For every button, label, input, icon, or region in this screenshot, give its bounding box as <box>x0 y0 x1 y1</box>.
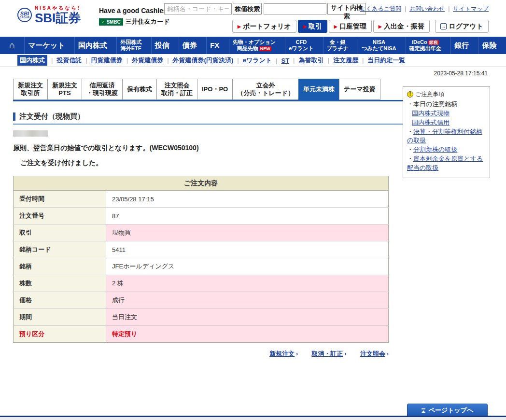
page-title: 注文受付（現物買） <box>19 112 84 121</box>
customer-name-redacted <box>13 130 48 137</box>
utility-links: よくあるご質問 お問い合わせ サイトマップ <box>360 5 489 13</box>
ad-headline: Have a good Cashless. <box>99 7 173 14</box>
table-row: 銘柄コード 5411 <box>14 241 389 258</box>
sbi-group-icon: SBIGROUP <box>17 8 32 22</box>
tab-theme-invest[interactable]: テーマ投資 <box>339 79 380 100</box>
stock-search-input[interactable] <box>164 3 232 14</box>
home-icon: ⌂ <box>9 40 14 51</box>
server-timestamp: 2023-05-28 17:15:41 <box>0 67 506 79</box>
page-top-button[interactable]: ページトップへ <box>407 404 488 417</box>
account-management-button[interactable]: ▶ 口座管理 <box>329 20 372 33</box>
nav-nisa[interactable]: NISAつみたてNISA <box>358 37 399 54</box>
tab-off-auction[interactable]: 立会外（分売・トレード） <box>232 79 298 100</box>
nav-ideco[interactable]: iDeCo節税 確定拠出年金 <box>406 37 445 54</box>
domestic-stock-margin-link[interactable]: 国内株式信用 <box>412 119 450 126</box>
table-row: 取引 現物買 <box>14 224 389 241</box>
order-inquiry-link[interactable]: 注文照会› <box>360 350 389 357</box>
table-caption: ご注文内容 <box>14 176 389 191</box>
trade-button[interactable]: ▶ 取引 <box>298 20 327 33</box>
deposit-withdrawal-button[interactable]: ▶ 入出金・振替 <box>373 20 430 33</box>
order-notice-message: 原則、翌営業日の始値での取引となります。(WECW050100) <box>13 144 403 153</box>
table-row: 価格 成行 <box>14 292 389 309</box>
sbi-logo[interactable]: SBIGROUP NISAやるなら! SBI証券 <box>17 5 81 25</box>
tabs-underline <box>13 100 403 101</box>
domestic-stock-cash-link[interactable]: 国内株式現物 <box>412 110 450 117</box>
nav-insurance[interactable]: 保険 <box>478 37 500 54</box>
caution-box: ! ご注意事項 ・本日の注意銘柄 国内株式現物 国内株式信用 ・決算・分割等権利… <box>403 86 490 178</box>
smbc-card-name: 三井住友カード <box>126 17 170 26</box>
caution-item: ・分割新株の取扱 <box>407 145 486 154</box>
tab-new-order-exchange[interactable]: 新規注文取引所 <box>13 79 47 100</box>
sitemap-link[interactable]: サイトマップ <box>445 5 489 13</box>
tab-new-order-pts[interactable]: 新規注文PTS <box>47 79 82 100</box>
logout-button[interactable]: → ログアウト <box>435 20 489 33</box>
subnav-foreign-bonds[interactable]: 外貨建債券 <box>123 56 163 65</box>
red-arrow-icon: ▶ <box>238 24 241 29</box>
subnav-domestic-stock-active[interactable]: 国内株式 <box>17 55 47 66</box>
sub-nav: 国内株式 投資信託 円貨建債券 外貨建債券 外貨建債券(円貨決済) eワラント … <box>0 54 506 67</box>
site-search-input[interactable] <box>264 3 326 14</box>
caution-title: ご注意事項 <box>415 90 444 98</box>
settlement-split-link[interactable]: 決算・分割等権利付銘柄の取扱 <box>407 128 482 144</box>
order-details-table: ご注文内容 受付時間 23/05/28 17:15 注文番号 87 取引 現物買… <box>13 176 389 343</box>
contact-link[interactable]: お問い合わせ <box>401 5 445 13</box>
subnav-foreign-bonds-yen[interactable]: 外貨建債券(円貨決済) <box>163 56 233 65</box>
nav-home[interactable]: ⌂ <box>6 37 18 54</box>
capital-surplus-dividend-link[interactable]: 資本剰余金を原資とする配当の取扱 <box>407 155 483 171</box>
nav-domestic-stock[interactable]: 国内株式 <box>74 37 111 54</box>
nav-foreign-stock[interactable]: 外国株式海外ETF <box>116 37 145 54</box>
red-arrow-icon: ▶ <box>379 24 382 29</box>
table-footer-links: 新規注文› 取消・訂正› 注文照会› <box>13 349 389 358</box>
warning-icon: ! <box>407 91 413 98</box>
faq-link[interactable]: よくあるご質問 <box>360 5 401 13</box>
portfolio-button[interactable]: ▶ ポートフォリオ <box>232 20 296 33</box>
subnav-yen-bonds[interactable]: 円貨建債券 <box>82 56 122 65</box>
content-area: 新規注文取引所 新規注文PTS 信用返済・現引現渡 保有株式 注文照会取消・訂正… <box>0 79 506 358</box>
subnav-ewarrant[interactable]: eワラント <box>233 56 272 65</box>
nav-bank[interactable]: 銀行 <box>450 37 472 54</box>
tab-margin-repayment[interactable]: 信用返済・現引現渡 <box>82 79 122 100</box>
tab-odd-lot[interactable]: 単元未満株 <box>298 79 339 100</box>
link-arrow-icon: › <box>345 350 347 357</box>
page-title-block: 注文受付（現物買） <box>13 112 403 125</box>
red-arrow-icon: ▶ <box>334 24 337 29</box>
nav-funds[interactable]: 投信 <box>151 37 173 54</box>
nav-futures-options[interactable]: 先物・オプション 商品先物NEW <box>229 37 279 54</box>
nav-market[interactable]: マーケット <box>24 37 68 54</box>
account-action-buttons: ▶ ポートフォリオ ▶ 取引 ▶ 口座管理 ▶ 入出金・振替 <box>232 20 430 33</box>
new-badge: NEW <box>259 46 271 51</box>
new-order-link[interactable]: 新規注文› <box>269 350 298 357</box>
subnav-order-history[interactable]: 注文履歴 <box>323 56 358 65</box>
subnav-st[interactable]: ST <box>272 57 289 64</box>
smbc-logo-icon: ✓SMBC <box>99 18 123 26</box>
red-arrow-icon: ▶ <box>303 24 307 29</box>
split-new-shares-link[interactable]: 分割新株の取扱 <box>413 146 457 153</box>
subnav-today-executions[interactable]: 当日約定一覧 <box>358 56 405 65</box>
table-row: 株数 2 株 <box>14 275 389 292</box>
nav-gold-platinum[interactable]: 金・銀プラチナ <box>323 37 352 54</box>
tab-ipo-po[interactable]: IPO・PO <box>197 79 232 100</box>
caution-item: ・資本剰余金を原資とする配当の取扱 <box>407 154 486 173</box>
nav-bonds[interactable]: 債券 <box>179 37 200 54</box>
table-row: 預り区分 特定預り <box>14 326 389 343</box>
subnav-investment-trust[interactable]: 投資信託 <box>47 56 82 65</box>
caution-item: 国内株式信用 <box>407 118 486 127</box>
table-row: 銘柄 JFEホールディングス <box>14 258 389 275</box>
smbc-ad-banner[interactable]: Have a good Cashless. ✓SMBC 三井住友カード <box>99 7 173 26</box>
title-accent-bar <box>13 112 15 121</box>
table-row: 受付時間 23/05/28 17:15 <box>14 191 389 208</box>
stock-search-button[interactable]: 株価検索 <box>233 3 262 15</box>
order-tabs: 新規注文取引所 新規注文PTS 信用返済・現引現渡 保有株式 注文照会取消・訂正… <box>13 79 403 100</box>
caution-item: ・本日の注意銘柄 <box>407 100 486 109</box>
table-row: 期間 当日注文 <box>14 309 389 326</box>
nav-cfd-warrant[interactable]: CFDeワラント <box>285 37 317 54</box>
nav-fx[interactable]: FX <box>206 37 223 54</box>
up-arrow-icon <box>422 408 425 413</box>
logout-icon: → <box>440 23 447 29</box>
cancel-correct-link[interactable]: 取消・訂正› <box>312 350 347 357</box>
order-accepted-message: ご注文を受け付けました。 <box>13 159 403 168</box>
header: SBIGROUP NISAやるなら! SBI証券 Have a good Cas… <box>0 0 506 37</box>
tab-held-stocks[interactable]: 保有株式 <box>122 79 156 100</box>
subnav-fx-trade[interactable]: 為替取引 <box>289 56 323 65</box>
tab-order-inquiry[interactable]: 注文照会取消・訂正 <box>156 79 197 100</box>
